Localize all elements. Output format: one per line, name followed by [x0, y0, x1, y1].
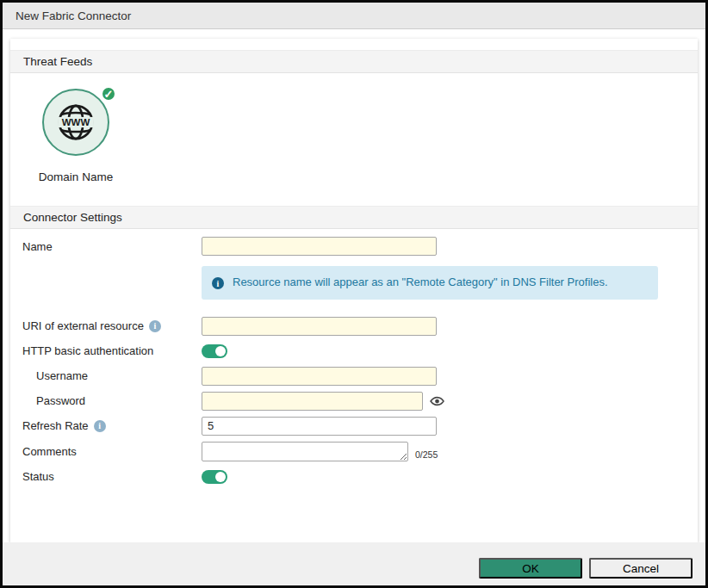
- selected-check-icon: ✓: [100, 85, 117, 102]
- ok-button[interactable]: OK: [479, 558, 582, 579]
- http-basic-auth-label: HTTP basic authentication: [10, 344, 202, 357]
- password-reveal-eye-icon[interactable]: [429, 396, 445, 406]
- refresh-rate-input[interactable]: [202, 417, 437, 436]
- name-label: Name: [10, 240, 202, 253]
- name-info-message: i Resource name will appear as an "Remot…: [202, 266, 658, 300]
- uri-row: URI of external resource i: [10, 317, 698, 336]
- uri-input[interactable]: [202, 317, 437, 336]
- section-header-connector-settings: Connector Settings: [10, 206, 698, 229]
- password-label: Password: [10, 394, 202, 407]
- username-row: Username: [10, 367, 698, 386]
- cancel-button[interactable]: Cancel: [589, 558, 692, 579]
- http-basic-auth-row: HTTP basic authentication: [10, 342, 698, 361]
- http-basic-auth-toggle[interactable]: [202, 344, 227, 358]
- comments-textarea[interactable]: [202, 442, 408, 461]
- comments-label: Comments: [10, 445, 202, 458]
- comments-char-counter: 0/255: [415, 449, 438, 461]
- password-row: Password: [10, 392, 698, 411]
- password-input[interactable]: [202, 392, 423, 411]
- refresh-rate-label: Refresh Rate i: [10, 419, 202, 432]
- info-message-text: Resource name will appear as an "Remote …: [233, 275, 608, 291]
- dialog-body: Threat Feeds: [3, 29, 705, 542]
- svg-text:WWW: WWW: [62, 117, 90, 127]
- section-title-connector-settings: Connector Settings: [23, 211, 122, 224]
- connector-label: Domain Name: [29, 170, 122, 183]
- threat-feeds-content: WWW ✓ Domain Name: [10, 73, 698, 206]
- username-label: Username: [10, 369, 202, 382]
- connector-settings-form: Name i Resource name will appear as an "…: [10, 229, 698, 486]
- globe-www-glyph: WWW: [56, 102, 96, 142]
- status-toggle[interactable]: [202, 470, 227, 484]
- connector-card-domain-name[interactable]: WWW ✓ Domain Name: [29, 89, 122, 183]
- globe-www-icon: WWW: [42, 89, 109, 156]
- connector-icon-wrap: WWW ✓: [42, 89, 109, 156]
- status-label: Status: [10, 470, 202, 483]
- refresh-rate-row: Refresh Rate i: [10, 417, 698, 436]
- new-fabric-connector-dialog: New Fabric Connector Threat Feeds: [0, 0, 708, 588]
- refresh-rate-info-icon[interactable]: i: [94, 420, 106, 432]
- status-row: Status: [10, 467, 698, 486]
- name-input[interactable]: [202, 237, 437, 256]
- name-row: Name: [10, 237, 698, 256]
- dialog-footer: OK Cancel: [3, 542, 705, 585]
- content-panel: Threat Feeds: [10, 39, 698, 542]
- dialog-header: New Fabric Connector: [3, 3, 705, 29]
- uri-info-icon[interactable]: i: [149, 320, 161, 332]
- comments-row: Comments 0/255: [10, 442, 698, 461]
- username-input[interactable]: [202, 367, 437, 386]
- dialog-title: New Fabric Connector: [16, 9, 131, 22]
- uri-label: URI of external resource i: [10, 319, 202, 332]
- info-icon: i: [212, 277, 224, 289]
- section-title-threat-feeds: Threat Feeds: [23, 55, 92, 68]
- section-header-threat-feeds: Threat Feeds: [10, 50, 698, 73]
